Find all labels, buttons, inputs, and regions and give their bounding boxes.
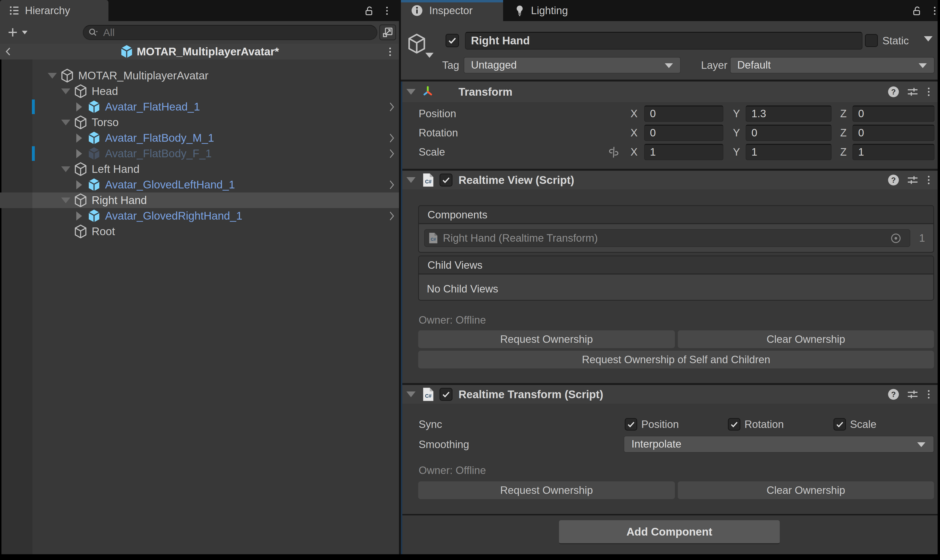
tree-row[interactable]: Avatar_FlatHead_1 — [0, 99, 399, 115]
foldout-icon[interactable] — [62, 192, 70, 208]
tab-lighting[interactable]: Lighting — [514, 0, 593, 21]
foldout-icon[interactable] — [406, 385, 415, 404]
prefab-open-icon[interactable] — [389, 180, 395, 190]
hierarchy-menu-icon[interactable] — [381, 5, 392, 16]
scale-y-field[interactable]: 1 — [746, 144, 832, 160]
transform-position-row: Position X 0 Y 1.3 Z 0 — [401, 106, 938, 122]
sync-rotation-checkbox[interactable] — [728, 418, 740, 431]
target-icon[interactable] — [890, 232, 902, 245]
component-enabled-checkbox[interactable] — [440, 174, 452, 186]
axis-x-label: X — [630, 106, 637, 122]
tab-inspector[interactable]: Inspector — [401, 0, 503, 21]
clear-ownership-button[interactable]: Clear Ownership — [678, 330, 934, 348]
tree-row[interactable]: Root — [0, 224, 399, 239]
component-menu-icon[interactable] — [926, 86, 931, 98]
sync-scale-checkbox[interactable] — [833, 418, 846, 431]
prefab-title-group[interactable]: MOTAR_MultiplayerAvatar* — [0, 44, 399, 60]
transform-header[interactable]: Transform ? — [401, 82, 938, 102]
help-icon[interactable]: ? — [887, 388, 900, 401]
scale-z-field[interactable]: 1 — [852, 144, 934, 160]
gameobject-icon-caret[interactable] — [425, 53, 434, 58]
component-menu-icon[interactable] — [926, 389, 931, 400]
tree-row-selected[interactable]: Right Hand — [0, 192, 399, 208]
prefab-open-icon[interactable] — [389, 211, 395, 221]
rotation-z-field[interactable]: 0 — [852, 125, 934, 141]
transform-icon — [421, 85, 434, 99]
tree-row[interactable]: Avatar_GlovedRightHand_1 — [0, 208, 399, 224]
tree-row[interactable]: Avatar_FlatBody_F_1 — [0, 146, 399, 162]
separator — [401, 80, 938, 82]
position-z-field[interactable]: 0 — [852, 106, 934, 122]
component-menu-icon[interactable] — [926, 174, 931, 186]
tree-row-label: Left Hand — [92, 162, 139, 177]
presets-icon[interactable] — [906, 85, 919, 98]
realtime-transform-header[interactable]: C# Realtime Transform (Script) ? — [401, 385, 938, 404]
chevron-down-icon — [21, 29, 28, 35]
lock-icon[interactable] — [911, 5, 923, 16]
prefab-open-icon[interactable] — [389, 149, 395, 159]
gameobject-active-checkbox[interactable] — [446, 34, 459, 47]
prefab-open-icon[interactable] — [389, 102, 395, 112]
tag-dropdown[interactable]: Untagged — [464, 57, 681, 73]
foldout-icon[interactable] — [75, 146, 83, 162]
clear-ownership-button[interactable]: Clear Ownership — [678, 482, 934, 499]
scale-label: Scale — [419, 144, 445, 160]
gameobject-cube-icon[interactable] — [407, 33, 426, 54]
foldout-icon[interactable] — [62, 162, 70, 177]
create-button[interactable] — [7, 26, 31, 39]
tree-row-label: Avatar_FlatBody_F_1 — [105, 146, 211, 161]
tree-row[interactable]: MOTAR_MultiplayerAvatar — [0, 68, 399, 83]
svg-text:C#: C# — [431, 237, 436, 242]
foldout-icon[interactable] — [75, 177, 83, 192]
search-popout-button[interactable] — [379, 25, 396, 40]
foldout-icon[interactable] — [75, 130, 83, 146]
tree-row[interactable]: Torso — [0, 115, 399, 130]
foldout-icon[interactable] — [48, 68, 57, 83]
component-enabled-checkbox[interactable] — [440, 388, 452, 401]
foldout-icon[interactable] — [406, 171, 415, 189]
panel-divider[interactable] — [399, 0, 401, 554]
help-icon[interactable]: ? — [887, 85, 900, 98]
realtime-view-header[interactable]: C# Realtime View (Script) ? — [401, 171, 938, 189]
request-ownership-button[interactable]: Request Ownership — [418, 330, 675, 348]
tree-row[interactable]: Head — [0, 83, 399, 99]
smoothing-dropdown[interactable]: Interpolate — [624, 436, 934, 452]
prefab-menu-icon[interactable] — [388, 46, 392, 57]
tree-row[interactable]: Avatar_FlatBody_M_1 — [0, 130, 399, 146]
rotation-y-field[interactable]: 0 — [746, 125, 832, 141]
presets-icon[interactable] — [906, 174, 919, 186]
foldout-icon[interactable] — [75, 99, 83, 115]
search-input[interactable]: All — [83, 25, 377, 40]
static-checkbox[interactable] — [865, 34, 878, 47]
inspector-menu-icon[interactable] — [929, 5, 940, 16]
sync-position-checkbox[interactable] — [625, 418, 637, 431]
foldout-icon[interactable] — [62, 115, 70, 130]
add-component-button[interactable]: Add Component — [559, 520, 780, 544]
layer-dropdown[interactable]: Default — [730, 57, 934, 73]
foldout-icon[interactable] — [75, 208, 83, 224]
position-y-field[interactable]: 1.3 — [746, 106, 832, 122]
help-icon[interactable]: ? — [887, 174, 900, 186]
position-x-field[interactable]: 0 — [644, 106, 723, 122]
request-ownership-all-button[interactable]: Request Ownership of Self and Children — [418, 351, 934, 368]
constrain-proportions-icon[interactable] — [608, 146, 620, 158]
tab-lighting-label: Lighting — [531, 5, 568, 17]
static-dropdown-caret[interactable] — [924, 36, 932, 42]
tab-hierarchy[interactable]: Hierarchy — [0, 0, 108, 21]
lock-icon[interactable] — [364, 5, 375, 16]
plus-icon — [7, 27, 18, 38]
foldout-icon[interactable] — [406, 82, 415, 102]
tree-row[interactable]: Left Hand — [0, 162, 399, 177]
rotation-x-field[interactable]: 0 — [644, 125, 723, 141]
tree-row[interactable]: Avatar_GlovedLeftHand_1 — [0, 177, 399, 192]
request-ownership-button[interactable]: Request Ownership — [418, 482, 675, 499]
realtime-view-title: Realtime View (Script) — [458, 171, 574, 189]
presets-icon[interactable] — [906, 388, 919, 401]
clear-ownership-label: Clear Ownership — [767, 484, 845, 496]
prefab-open-icon[interactable] — [389, 133, 395, 143]
scale-x-field[interactable]: 1 — [644, 144, 723, 160]
svg-text:?: ? — [891, 390, 895, 398]
gameobject-name-field[interactable]: Right Hand — [465, 32, 863, 50]
component-object-field[interactable]: C# Right Hand (Realtime Transform) — [424, 229, 910, 247]
foldout-icon[interactable] — [62, 83, 70, 99]
